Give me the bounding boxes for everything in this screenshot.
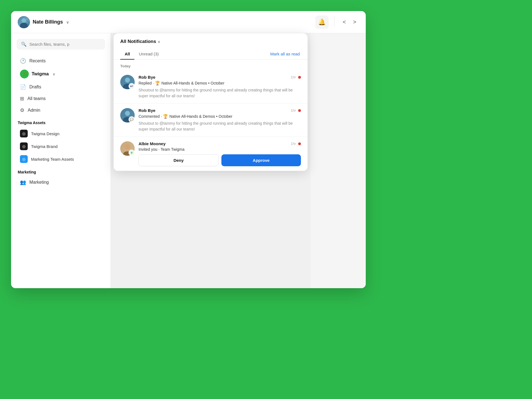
notif-tabs-row: All Unread (3) Mark all as read xyxy=(120,49,301,59)
unread-dot-3 xyxy=(298,142,301,145)
notif-action-2: Commented xyxy=(139,114,160,119)
deny-button[interactable]: Deny xyxy=(139,154,219,166)
tab-unread[interactable]: Unread (3) xyxy=(134,49,163,60)
notif-top-row-2: Rob Bye 1hr xyxy=(139,108,301,113)
mark-all-read-button[interactable]: Mark all as read xyxy=(270,49,300,59)
notif-meta-1: 1hr xyxy=(291,75,301,79)
nav-back-button[interactable]: < xyxy=(340,17,349,27)
project-icon-twigma-design: ◎ xyxy=(20,130,28,137)
team-chevron-icon: ∨ xyxy=(53,72,55,76)
notif-user-3: Albie Mooney xyxy=(139,141,166,146)
nav-forward-button[interactable]: > xyxy=(350,17,359,27)
team-icon-symbol: 🌿 xyxy=(22,72,27,76)
team-name: Twigma xyxy=(32,71,49,77)
bell-button[interactable]: 🔔 xyxy=(315,16,329,29)
notif-time-2: 1hr xyxy=(291,108,296,112)
sidebar-item-marketing-team[interactable]: 👥 Marketing xyxy=(13,177,108,188)
team-icon: 🌿 xyxy=(20,70,29,78)
sidebar-item-admin[interactable]: ⚙ Admin xyxy=(13,104,108,116)
notif-avatar-wrap-1: ↩ xyxy=(120,75,135,89)
notif-subtitle-2: Commented · 🏆 Native All-Hands & Demos •… xyxy=(139,114,301,119)
search-input[interactable] xyxy=(29,42,101,47)
admin-icon: ⚙ xyxy=(20,107,24,113)
reply-badge-icon: ↩ xyxy=(129,83,135,89)
notif-subtitle-3: Invited you · Team Twigma xyxy=(139,147,301,152)
notif-item-3[interactable]: + Albie Mooney 1hr Invited you · Team Tw… xyxy=(114,137,308,171)
people-icon: 👥 xyxy=(20,179,26,185)
notif-body-text-2: Shoutout to @tammy for hitting the groun… xyxy=(139,121,301,132)
notif-project-2: Native All-Hands & Demos • October xyxy=(169,114,232,119)
bell-icon: 🔔 xyxy=(318,19,326,26)
notif-top-row-3: Albie Mooney 1hr xyxy=(139,141,301,146)
notif-actions: Mark all as read xyxy=(270,52,301,57)
sidebar-item-allteams-label: All teams xyxy=(27,96,46,101)
invite-badge-icon: + xyxy=(129,150,135,156)
notif-date-header: Today xyxy=(114,60,308,70)
draft-icon: 📄 xyxy=(20,84,26,90)
notif-body-text-1: Shoutout to @tammy for hitting the groun… xyxy=(139,87,301,99)
notif-meta-3: 1hr xyxy=(291,142,301,146)
notif-avatar-wrap-2: 💬 xyxy=(120,108,135,122)
sidebar-project-twigma-brand[interactable]: ◎ Twigma Brand xyxy=(13,140,108,153)
approve-button[interactable]: Approve xyxy=(221,154,301,166)
sidebar: 🔍 🕐 Recents 🌿 Twigma ∨ 📄 Drafts ⊞ A xyxy=(11,33,111,288)
sidebar-team[interactable]: 🌿 Twigma ∨ xyxy=(13,67,108,81)
assets-section-header: Twigma Assets xyxy=(11,116,111,127)
notif-emoji-1: 🏆 xyxy=(155,81,160,86)
user-name: Nate Billings xyxy=(33,19,63,25)
notif-item-1[interactable]: ↩ Rob Bye 1hr Replied · 🏆 Nativ xyxy=(114,70,308,104)
notif-content-2: Rob Bye 1hr Commented · 🏆 Native All-Han… xyxy=(139,108,301,132)
sidebar-item-drafts[interactable]: 📄 Drafts xyxy=(13,81,108,93)
notif-user-1: Rob Bye xyxy=(139,75,155,80)
notif-item-2[interactable]: 💬 Rob Bye 1hr Commented · 🏆 Na xyxy=(114,104,308,137)
app-window: Nate Billings ∨ 🔔 < > 🔍 🕐 Recents xyxy=(11,11,366,288)
marketing-section-header: Marketing xyxy=(11,165,111,177)
project-icon-marketing: ◎ xyxy=(20,155,28,163)
sidebar-project-marketing[interactable]: ◎ Marketing Team Assets xyxy=(13,153,108,165)
sidebar-project-twigma-design-label: Twigma Design xyxy=(31,131,60,136)
notif-avatar-wrap-3: + xyxy=(120,141,135,156)
notif-time-3: 1hr xyxy=(291,142,296,146)
notif-time-1: 1hr xyxy=(291,75,296,79)
notif-body: Today ↩ Rob Bye 1hr xyxy=(114,60,308,171)
sidebar-item-recents[interactable]: 🕐 Recents xyxy=(13,55,108,67)
notif-top-row-1: Rob Bye 1hr xyxy=(139,75,301,80)
sidebar-item-recents-label: Recents xyxy=(29,58,46,63)
notif-action-1: Replied xyxy=(139,81,152,85)
notif-project-3: Team Twigma xyxy=(161,147,185,152)
notif-invite-row: Deny Approve xyxy=(139,154,301,166)
search-bar[interactable]: 🔍 xyxy=(17,39,105,50)
notif-dot-3: · xyxy=(158,147,160,152)
notif-meta-2: 1hr xyxy=(291,108,301,112)
notif-action-3: Invited you xyxy=(139,147,157,152)
sidebar-item-admin-label: Admin xyxy=(28,108,40,113)
sidebar-project-marketing-label: Marketing Team Assets xyxy=(31,157,74,162)
project-icon-twigma-brand: ◎ xyxy=(20,142,28,150)
comment-badge-icon: 💬 xyxy=(129,116,135,122)
sidebar-item-drafts-label: Drafts xyxy=(29,85,41,89)
user-section[interactable]: Nate Billings ∨ xyxy=(18,16,69,28)
notif-dot-1: · xyxy=(153,81,154,85)
right-panel-partial xyxy=(310,33,366,288)
notif-user-2: Rob Bye xyxy=(139,108,155,113)
sidebar-project-twigma-design[interactable]: ◎ Twigma Design xyxy=(13,127,108,140)
notif-title-row: All Notifications ∨ xyxy=(120,39,301,44)
avatar xyxy=(18,16,30,28)
notif-subtitle-1: Replied · 🏆 Native All-Hands & Demos • O… xyxy=(139,81,301,86)
notif-content-3: Albie Mooney 1hr Invited you · Team Twig… xyxy=(139,141,301,166)
unread-dot-2 xyxy=(298,109,301,112)
grid-icon: ⊞ xyxy=(20,96,24,102)
unread-dot-1 xyxy=(298,76,301,79)
notif-dot-2: · xyxy=(161,114,162,119)
search-icon: 🔍 xyxy=(21,42,27,47)
notifications-panel: All Notifications ∨ All Unread (3) Mark … xyxy=(114,33,308,171)
sidebar-item-marketing-label: Marketing xyxy=(29,180,49,185)
top-bar: Nate Billings ∨ 🔔 < > xyxy=(11,11,366,33)
notif-chevron-icon[interactable]: ∨ xyxy=(158,40,160,44)
notif-project-1: Native All-Hands & Demos • October xyxy=(161,81,224,85)
notif-emoji-2: 🏆 xyxy=(163,114,168,119)
chevron-down-icon: ∨ xyxy=(66,20,69,24)
sidebar-project-twigma-brand-label: Twigma Brand xyxy=(31,144,58,149)
sidebar-item-allteams[interactable]: ⊞ All teams xyxy=(13,93,108,104)
tab-all[interactable]: All xyxy=(120,49,134,60)
